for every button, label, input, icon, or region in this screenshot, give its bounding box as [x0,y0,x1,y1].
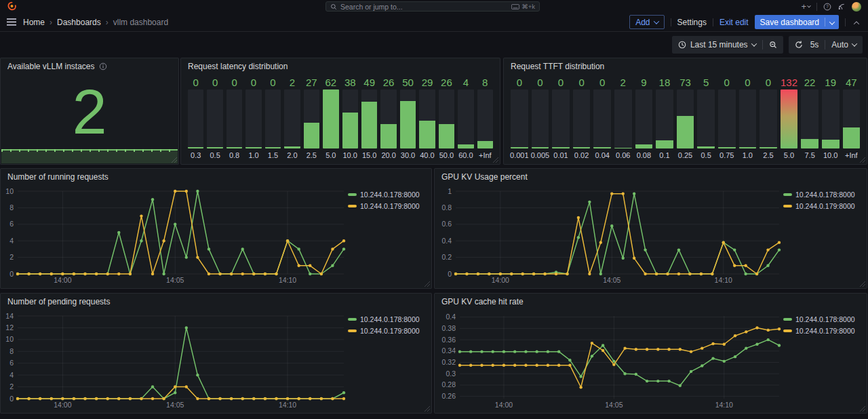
data-point [677,273,680,275]
data-point [174,391,176,394]
panel-title[interactable]: Number of pending requests [1,294,431,307]
bucket-label: 1.0 [245,148,261,159]
data-point [458,363,461,366]
panel-title[interactable]: Available vLLM instaces [1,58,178,72]
data-point [568,359,571,361]
legend-item[interactable]: 10.244.0.179:8000 [783,202,863,210]
bar-fill [226,147,242,148]
bar [458,89,473,148]
histogram-bucket: 00.8 [226,75,242,159]
menu-toggle-icon[interactable] [7,18,16,26]
auto-refresh-picker[interactable]: Auto [825,36,863,54]
bar [573,89,591,148]
save-options-chevron-icon[interactable] [825,18,839,27]
legend-label: 10.244.0.179:8000 [795,327,855,335]
bar [552,89,570,148]
panel-title[interactable]: Number of running requests [1,169,431,182]
data-point [129,273,132,275]
exit-edit-button[interactable]: Exit edit [719,18,749,27]
x-axis-tick-label: 14:10 [715,276,732,284]
legend-item[interactable]: 10.244.0.179:8000 [783,327,863,335]
data-point [778,327,781,330]
y-axis-tick-label: 8 [9,203,14,212]
data-point [711,273,713,275]
refresh-interval-label[interactable]: 5s [809,36,825,54]
bar-fill [419,121,435,148]
help-icon[interactable]: ? [823,3,831,11]
legend-item[interactable]: 10.244.0.178:8000 [783,191,863,199]
data-point [644,248,646,251]
save-dashboard-button[interactable]: Save dashboard [755,15,839,29]
legend-item[interactable]: 10.244.0.179:8000 [348,202,428,210]
data-point [733,264,736,267]
legend-item[interactable]: 10.244.0.179:8000 [348,327,428,335]
data-point [610,192,613,195]
histogram-bucket: 2620.0 [380,75,396,159]
bar [477,89,493,148]
data-point [106,397,108,400]
legend-item[interactable]: 10.244.0.178:8000 [783,315,863,323]
panel-title[interactable]: Request latency distribution [181,58,500,72]
user-avatar[interactable] [852,2,861,12]
search-input[interactable]: Search or jump to... ⌘+k [326,1,540,12]
bar-value-label: 5 [697,75,715,89]
series-line [18,387,344,399]
data-point [679,384,682,387]
legend-item[interactable]: 10.244.0.178:8000 [348,191,428,199]
time-range-picker[interactable]: Last 15 minutes [672,36,762,54]
panel-resize-handle[interactable] [172,157,177,163]
y-axis-tick-label: 12 [5,323,14,332]
data-point [230,273,233,275]
divider [713,18,713,26]
data-point [196,190,199,193]
data-point [241,397,244,400]
collapse-toolbar-button[interactable] [852,18,861,27]
grafana-logo[interactable] [7,1,17,12]
panel-resize-handle[interactable] [425,406,430,412]
zoom-out-button[interactable] [763,36,783,54]
bar-value-label: 9 [635,75,653,89]
data-point [701,346,703,349]
bucket-label: 5.0 [781,148,798,159]
y-axis-tick-label: 2 [9,382,14,391]
panel-gpu-kv-usage: GPU KV Usage percent 00.20.40.60.8114:00… [434,168,867,289]
data-point [601,344,604,346]
data-point [633,192,635,195]
add-menu-button[interactable]: + [801,1,810,12]
series-line [456,194,779,274]
data-point [129,397,132,400]
data-point [196,256,199,258]
bar [697,89,715,148]
panel-resize-handle[interactable] [493,157,498,163]
histogram-bucket: 00.001 [511,75,528,159]
data-point [744,264,747,267]
settings-button[interactable]: Settings [677,18,707,27]
info-icon[interactable] [99,62,107,71]
y-axis-tick-label: 0.28 [442,380,456,388]
legend-item[interactable]: 10.244.0.178:8000 [348,315,428,323]
stat-value: 2 [72,81,106,143]
add-panel-button[interactable]: Add [629,15,664,29]
panel-title[interactable]: GPU KV cache hit rate [435,294,867,307]
bar-value-label: 0 [226,75,242,89]
bar [245,89,261,148]
chart-legend: 10.244.0.178:800010.244.0.179:8000 [348,310,428,411]
panel-resize-handle[interactable] [860,281,865,287]
data-point [469,363,472,366]
search-shortcut: ⌘+k [511,3,535,10]
bar-fill [245,147,261,148]
panel-resize-handle[interactable] [425,281,430,287]
legend-label: 10.244.0.178:8000 [360,191,420,199]
bar-value-label: 0 [245,75,261,89]
panel-title[interactable]: Request TTFT distribution [504,58,867,72]
breadcrumb-home[interactable]: Home [23,18,45,27]
data-point [767,329,770,332]
refresh-button[interactable] [789,36,809,54]
divider [845,18,846,26]
panel-title[interactable]: GPU KV Usage percent [435,169,867,182]
panel-resize-handle[interactable] [860,157,865,163]
news-icon[interactable] [837,3,846,11]
data-point [218,273,221,275]
breadcrumb-dashboards[interactable]: Dashboards [57,18,101,27]
panel-resize-handle[interactable] [860,406,865,412]
